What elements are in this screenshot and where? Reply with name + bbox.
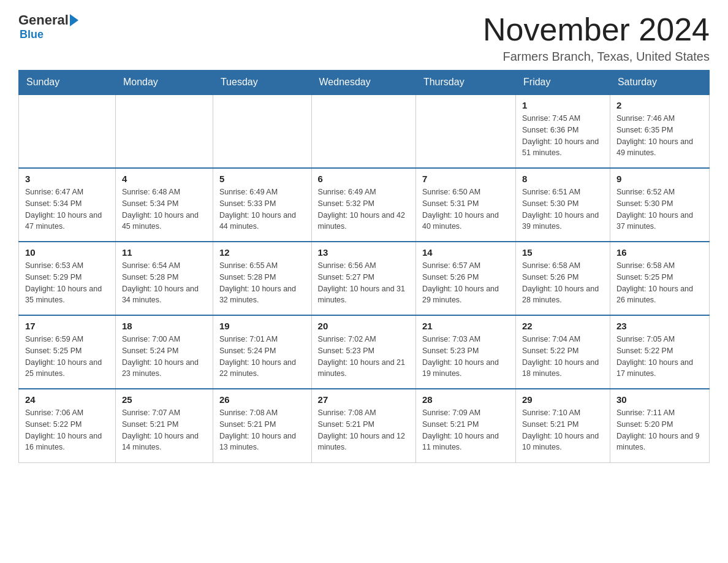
day-info: Sunrise: 6:58 AM Sunset: 5:25 PM Dayligh… xyxy=(616,260,703,306)
day-number: 6 xyxy=(318,174,409,184)
calendar-cell: 2Sunrise: 7:46 AM Sunset: 6:35 PM Daylig… xyxy=(610,94,709,168)
day-number: 28 xyxy=(422,394,509,405)
calendar-cell xyxy=(115,94,213,168)
calendar-cell xyxy=(19,94,116,168)
calendar-cell: 8Sunrise: 6:51 AM Sunset: 5:30 PM Daylig… xyxy=(516,168,610,242)
day-number: 16 xyxy=(616,247,703,258)
day-info: Sunrise: 6:57 AM Sunset: 5:26 PM Dayligh… xyxy=(422,260,509,306)
calendar-cell: 10Sunrise: 6:53 AM Sunset: 5:29 PM Dayli… xyxy=(19,242,116,315)
day-info: Sunrise: 7:46 AM Sunset: 6:35 PM Dayligh… xyxy=(616,113,703,159)
day-number: 12 xyxy=(219,247,305,258)
calendar-title: November 2024 xyxy=(483,12,710,47)
calendar-cell: 22Sunrise: 7:04 AM Sunset: 5:22 PM Dayli… xyxy=(516,315,610,389)
day-number: 19 xyxy=(219,321,305,331)
day-number: 22 xyxy=(522,321,604,331)
weekday-header-thursday: Thursday xyxy=(415,71,515,95)
day-info: Sunrise: 6:59 AM Sunset: 5:25 PM Dayligh… xyxy=(25,334,109,380)
calendar-cell: 12Sunrise: 6:55 AM Sunset: 5:28 PM Dayli… xyxy=(213,242,311,315)
day-number: 23 xyxy=(616,321,703,331)
calendar-cell: 21Sunrise: 7:03 AM Sunset: 5:23 PM Dayli… xyxy=(415,315,515,389)
day-info: Sunrise: 6:53 AM Sunset: 5:29 PM Dayligh… xyxy=(25,260,109,306)
day-number: 8 xyxy=(522,174,604,184)
week-row-4: 17Sunrise: 6:59 AM Sunset: 5:25 PM Dayli… xyxy=(19,315,710,389)
calendar-cell: 24Sunrise: 7:06 AM Sunset: 5:22 PM Dayli… xyxy=(19,389,116,462)
weekday-header-friday: Friday xyxy=(516,71,610,95)
day-info: Sunrise: 7:08 AM Sunset: 5:21 PM Dayligh… xyxy=(318,407,409,453)
calendar-cell: 17Sunrise: 6:59 AM Sunset: 5:25 PM Dayli… xyxy=(19,315,116,389)
day-number: 5 xyxy=(219,174,305,184)
day-number: 13 xyxy=(318,247,409,258)
calendar-cell: 11Sunrise: 6:54 AM Sunset: 5:28 PM Dayli… xyxy=(115,242,213,315)
day-info: Sunrise: 6:52 AM Sunset: 5:30 PM Dayligh… xyxy=(616,186,703,232)
day-number: 9 xyxy=(616,174,703,184)
day-info: Sunrise: 6:54 AM Sunset: 5:28 PM Dayligh… xyxy=(122,260,207,306)
week-row-5: 24Sunrise: 7:06 AM Sunset: 5:22 PM Dayli… xyxy=(19,389,710,462)
calendar-subtitle: Farmers Branch, Texas, United States xyxy=(483,50,710,64)
day-info: Sunrise: 6:47 AM Sunset: 5:34 PM Dayligh… xyxy=(25,186,109,232)
calendar-table: SundayMondayTuesdayWednesdayThursdayFrid… xyxy=(18,70,710,463)
calendar-cell: 4Sunrise: 6:48 AM Sunset: 5:34 PM Daylig… xyxy=(115,168,213,242)
week-row-3: 10Sunrise: 6:53 AM Sunset: 5:29 PM Dayli… xyxy=(19,242,710,315)
day-info: Sunrise: 7:06 AM Sunset: 5:22 PM Dayligh… xyxy=(25,407,109,453)
day-info: Sunrise: 7:03 AM Sunset: 5:23 PM Dayligh… xyxy=(422,334,509,380)
calendar-cell: 9Sunrise: 6:52 AM Sunset: 5:30 PM Daylig… xyxy=(610,168,709,242)
calendar-cell: 6Sunrise: 6:49 AM Sunset: 5:32 PM Daylig… xyxy=(311,168,415,242)
calendar-cell: 23Sunrise: 7:05 AM Sunset: 5:22 PM Dayli… xyxy=(610,315,709,389)
day-info: Sunrise: 7:05 AM Sunset: 5:22 PM Dayligh… xyxy=(616,334,703,380)
logo: General Blue xyxy=(18,12,78,41)
day-info: Sunrise: 6:51 AM Sunset: 5:30 PM Dayligh… xyxy=(522,186,604,232)
calendar-cell: 26Sunrise: 7:08 AM Sunset: 5:21 PM Dayli… xyxy=(213,389,311,462)
page-header: General Blue November 2024 Farmers Branc… xyxy=(18,12,710,64)
day-number: 30 xyxy=(616,394,703,405)
calendar-cell: 25Sunrise: 7:07 AM Sunset: 5:21 PM Dayli… xyxy=(115,389,213,462)
day-number: 20 xyxy=(318,321,409,331)
calendar-cell: 1Sunrise: 7:45 AM Sunset: 6:36 PM Daylig… xyxy=(516,94,610,168)
day-info: Sunrise: 7:10 AM Sunset: 5:21 PM Dayligh… xyxy=(522,407,604,453)
day-info: Sunrise: 6:56 AM Sunset: 5:27 PM Dayligh… xyxy=(318,260,409,306)
day-number: 26 xyxy=(219,394,305,405)
day-info: Sunrise: 6:58 AM Sunset: 5:26 PM Dayligh… xyxy=(522,260,604,306)
day-number: 17 xyxy=(25,321,109,331)
day-info: Sunrise: 7:00 AM Sunset: 5:24 PM Dayligh… xyxy=(122,334,207,380)
calendar-cell: 16Sunrise: 6:58 AM Sunset: 5:25 PM Dayli… xyxy=(610,242,709,315)
calendar-cell: 27Sunrise: 7:08 AM Sunset: 5:21 PM Dayli… xyxy=(311,389,415,462)
day-info: Sunrise: 7:09 AM Sunset: 5:21 PM Dayligh… xyxy=(422,407,509,453)
day-info: Sunrise: 6:55 AM Sunset: 5:28 PM Dayligh… xyxy=(219,260,305,306)
calendar-cell: 15Sunrise: 6:58 AM Sunset: 5:26 PM Dayli… xyxy=(516,242,610,315)
day-number: 3 xyxy=(25,174,109,184)
calendar-cell: 30Sunrise: 7:11 AM Sunset: 5:20 PM Dayli… xyxy=(610,389,709,462)
day-info: Sunrise: 7:08 AM Sunset: 5:21 PM Dayligh… xyxy=(219,407,305,453)
day-number: 24 xyxy=(25,394,109,405)
logo-blue: Blue xyxy=(20,28,44,41)
day-info: Sunrise: 7:45 AM Sunset: 6:36 PM Dayligh… xyxy=(522,113,604,159)
calendar-header: SundayMondayTuesdayWednesdayThursdayFrid… xyxy=(19,71,710,95)
week-row-1: 1Sunrise: 7:45 AM Sunset: 6:36 PM Daylig… xyxy=(19,94,710,168)
day-info: Sunrise: 6:49 AM Sunset: 5:32 PM Dayligh… xyxy=(318,186,409,232)
day-number: 11 xyxy=(122,247,207,258)
calendar-cell: 28Sunrise: 7:09 AM Sunset: 5:21 PM Dayli… xyxy=(415,389,515,462)
day-number: 10 xyxy=(25,247,109,258)
logo-arrow-icon xyxy=(70,14,78,26)
day-number: 18 xyxy=(122,321,207,331)
calendar-cell: 19Sunrise: 7:01 AM Sunset: 5:24 PM Dayli… xyxy=(213,315,311,389)
day-number: 15 xyxy=(522,247,604,258)
calendar-cell: 3Sunrise: 6:47 AM Sunset: 5:34 PM Daylig… xyxy=(19,168,116,242)
day-number: 29 xyxy=(522,394,604,405)
calendar-cell xyxy=(213,94,311,168)
day-info: Sunrise: 7:04 AM Sunset: 5:22 PM Dayligh… xyxy=(522,334,604,380)
weekday-header-tuesday: Tuesday xyxy=(213,71,311,95)
calendar-cell: 7Sunrise: 6:50 AM Sunset: 5:31 PM Daylig… xyxy=(415,168,515,242)
day-number: 7 xyxy=(422,174,509,184)
title-area: November 2024 Farmers Branch, Texas, Uni… xyxy=(483,12,710,64)
day-number: 4 xyxy=(122,174,207,184)
calendar-cell xyxy=(415,94,515,168)
day-number: 25 xyxy=(122,394,207,405)
day-info: Sunrise: 6:49 AM Sunset: 5:33 PM Dayligh… xyxy=(219,186,305,232)
day-info: Sunrise: 6:48 AM Sunset: 5:34 PM Dayligh… xyxy=(122,186,207,232)
day-number: 14 xyxy=(422,247,509,258)
calendar-body: 1Sunrise: 7:45 AM Sunset: 6:36 PM Daylig… xyxy=(19,94,710,462)
weekday-header-wednesday: Wednesday xyxy=(311,71,415,95)
day-info: Sunrise: 7:11 AM Sunset: 5:20 PM Dayligh… xyxy=(616,407,703,453)
weekday-header-saturday: Saturday xyxy=(610,71,709,95)
day-info: Sunrise: 7:01 AM Sunset: 5:24 PM Dayligh… xyxy=(219,334,305,380)
